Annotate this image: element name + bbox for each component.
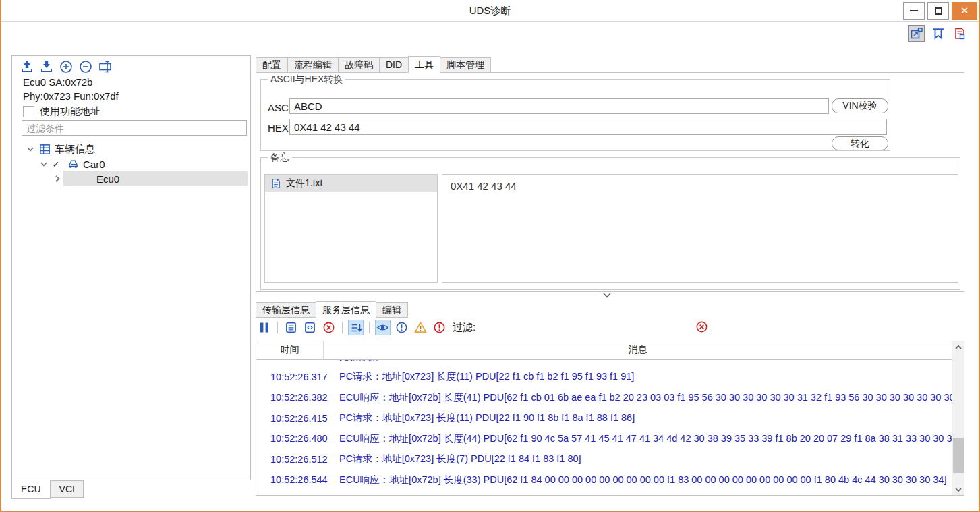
minimize-icon [910,10,918,11]
chevron-down-icon[interactable] [26,144,35,154]
car0-checkbox[interactable] [51,159,61,169]
tab-did[interactable]: DID [379,57,409,73]
convert-button[interactable]: 转化 [832,136,888,150]
memo-group: 备忘 文件1.txt 0X41 42 43 44 [260,157,960,290]
log-time: 10:52:26.317 [256,372,339,382]
close-button[interactable]: ✕ [952,2,977,20]
log-row[interactable]: 10:52:26.512PC请求：地址[0x723] 长度(7) PDU[22 … [256,449,952,470]
add-icon[interactable] [59,60,73,74]
log-tab-bar: 传输层信息 服务层信息 编辑 [256,301,407,318]
log-row[interactable]: 10:52:26.544ECU响应：地址[0x72b] 长度(33) PDU[6… [256,470,952,490]
window-title: UDS诊断 [1,5,979,18]
column-header-time[interactable]: 时间 [256,341,324,359]
close-icon: ✕ [960,5,969,17]
chevron-down-icon[interactable] [39,159,49,169]
vehicle-tree: 车辆信息 Car0 ECU Ecu0 [12,142,250,186]
log-message: ECU响应：地址[0x72b] 长度(33) PDU[62 f1 84 00 0… [339,474,946,486]
tab-edit[interactable]: 编辑 [376,302,408,318]
scroll-up-arrow[interactable] [952,341,964,353]
column-header-message[interactable]: 消息 [324,341,952,359]
pause-button[interactable] [257,320,271,335]
delete-report-button[interactable] [951,25,968,42]
tree-item-label: Car0 [83,159,105,170]
log-row[interactable]: 10:52:26.317PC请求：地址[0x723] 长度(11) PDU[22… [256,367,952,388]
log-row[interactable]: 10:52:26.480ECU响应：地址[0x72b] 长度(44) PDU[6… [256,428,952,449]
bookmark-button[interactable] [929,25,946,42]
tree-item-car0[interactable]: Car0 [12,157,250,171]
tree-filter-input[interactable] [22,120,247,136]
functional-address-row: 使用功能地址 [23,105,100,118]
functional-address-checkbox[interactable] [23,106,34,117]
export-log-icon [304,321,316,334]
show-messages-button[interactable] [376,320,390,335]
remove-icon[interactable] [79,60,92,74]
memo-file-list: 文件1.txt [264,174,438,283]
copy-log-button[interactable] [284,320,298,335]
show-error-button[interactable] [432,320,446,335]
show-warning-button[interactable] [413,320,428,335]
chevron-right-icon[interactable] [53,174,62,183]
show-info-button[interactable] [395,320,409,335]
tab-tools[interactable]: 工具 [408,56,440,73]
error-icon [433,321,446,334]
log-time: 10:52:26.544 [256,474,339,485]
log-time: 10:52:26.302 [256,360,339,362]
tree-item-vehicle-info[interactable]: 车辆信息 [12,142,250,157]
memo-content-area[interactable]: 0X41 42 43 44 [442,174,958,283]
rename-icon[interactable] [98,60,112,74]
log-row[interactable]: 10:52:26.415PC请求：地址[0x723] 长度(11) PDU[22… [256,408,952,429]
log-time: 10:52:26.382 [256,392,339,403]
ecu-panel-toolbar [20,60,112,74]
maximize-icon [935,7,942,15]
ascii-hex-group-title: ASCII与HEX转换 [268,74,345,86]
pause-icon [259,322,270,333]
export-icon[interactable] [40,60,53,74]
log-row-clipped[interactable]: 10:52:26.302更新数据 [256,360,952,367]
table-icon [38,143,51,156]
minimize-button[interactable] [903,2,925,20]
functional-address-label: 使用功能地址 [40,105,100,118]
tab-config[interactable]: 配置 [256,57,288,73]
maximize-button[interactable] [927,2,949,20]
left-panel-tabs: ECU VCI [11,480,84,499]
tab-flow-edit[interactable]: 流程编辑 [287,57,339,73]
log-message: ECU响应：地址[0x72b] 长度(41) PDU[62 f1 cb 01 6… [339,391,952,404]
import-icon[interactable] [20,60,34,74]
splitter-collapse-icon[interactable] [601,291,613,300]
log-scrollbar[interactable] [952,341,964,495]
tools-content: ASCII与HEX转换 ASCII VIN校验 HEX 转化 备忘 文件1.tx… [256,72,964,292]
clear-log-button[interactable] [322,320,336,335]
scrollbar-thumb[interactable] [953,438,964,473]
log-message: PC请求：地址[0x723] 长度(7) PDU[22 f1 84 f1 83 … [339,453,581,465]
hex-input[interactable] [289,119,887,135]
auto-scroll-icon [350,322,362,334]
memo-file-item[interactable]: 文件1.txt [265,175,437,192]
bookmark-icon [931,27,945,40]
export-log-button[interactable] [303,320,317,335]
log-table-header: 时间 消息 [256,341,952,360]
main-tab-bar: 配置 流程编辑 故障码 DID 工具 脚本管理 [256,56,490,73]
log-row[interactable]: 10:52:26.382ECU响应：地址[0x72b] 长度(41) PDU[6… [256,387,952,408]
ascii-input[interactable] [289,98,829,114]
log-message: 更新数据 [339,360,378,363]
clear-filter-button[interactable] [695,320,709,334]
scroll-down-arrow[interactable] [952,484,964,495]
log-table-body: 10:52:26.302更新数据 10:52:26.317PC请求：地址[0x7… [256,360,952,495]
eye-icon [376,321,389,334]
ascii-hex-group: ASCII与HEX转换 ASCII VIN校验 HEX 转化 [260,79,890,151]
vin-check-button[interactable]: VIN校验 [832,98,888,113]
log-message: PC请求：地址[0x723] 长度(11) PDU[22 f1 90 f1 8b… [339,411,635,424]
tab-dtc[interactable]: 故障码 [338,57,380,73]
ecu-panel: Ecu0 SA:0x72b Phy:0x723 Fun:0x7df 使用功能地址… [11,55,251,480]
log-message: ECU响应：地址[0x72b] 长度(44) PDU[62 f1 90 4c 5… [339,432,952,445]
popout-window-button[interactable] [908,25,925,42]
tree-item-ecu0[interactable]: ECU Ecu0 [12,171,250,186]
tab-script-manage[interactable]: 脚本管理 [440,57,491,73]
ecu-phy-fun-info: Phy:0x723 Fun:0x7df [23,90,119,102]
tab-ecu[interactable]: ECU [11,480,51,499]
delete-report-icon [953,27,967,40]
tab-service-layer[interactable]: 服务层信息 [316,301,376,318]
auto-scroll-button[interactable] [349,320,363,335]
tab-transport-layer[interactable]: 传输层信息 [256,302,316,318]
tab-vci[interactable]: VCI [51,480,84,498]
